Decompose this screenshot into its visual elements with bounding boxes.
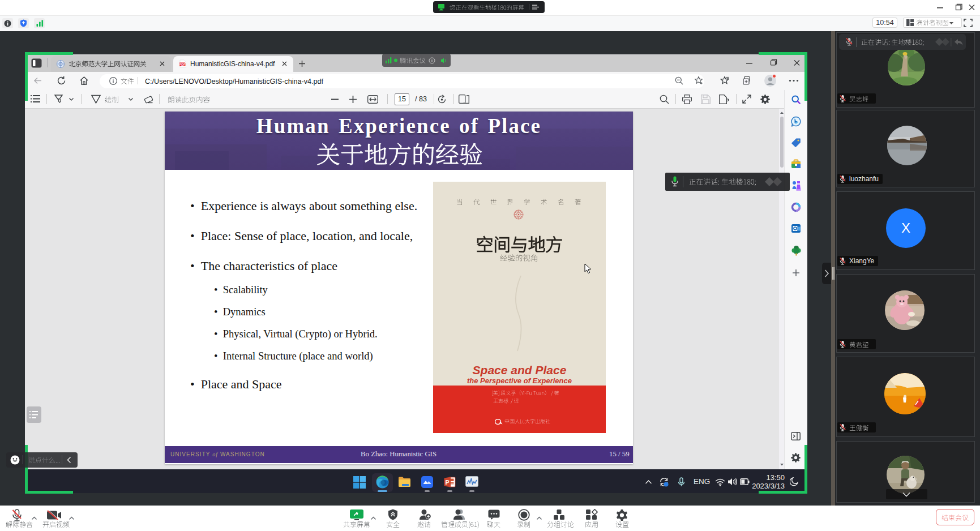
svg-text:P: P — [445, 479, 449, 486]
svg-text:PDF: PDF — [179, 63, 186, 66]
